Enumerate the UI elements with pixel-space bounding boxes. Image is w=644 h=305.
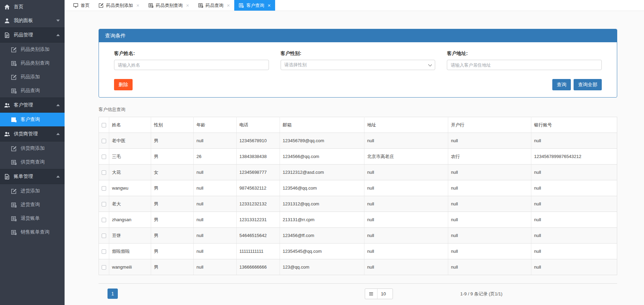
caret-up-icon [56, 176, 60, 178]
table-cell: null [364, 259, 448, 275]
table-row: 豆饼男null54646515642123456@ff.comnullnulln… [99, 228, 617, 244]
table-cell: null [531, 165, 617, 180]
query-form: 客户姓名:客户性别:请选择性别客户地址: [114, 50, 602, 70]
edit-icon [99, 3, 104, 8]
customer-address-input[interactable] [447, 60, 602, 70]
sidebar-item-customer-management[interactable]: 客户管理 [0, 98, 65, 113]
sidebar-item-my-panel[interactable]: 我的面板 [0, 14, 65, 27]
select-all-checkbox[interactable] [102, 123, 106, 127]
table-cell: 13666666666 [237, 259, 280, 275]
table-cell: 123456789@qq.com [280, 133, 364, 149]
delete-button[interactable]: 删除 [114, 79, 133, 90]
table-cell: 农行 [448, 149, 531, 165]
column-header: 开户行 [448, 117, 531, 133]
tab-customer-query[interactable]: 客户查询× [234, 0, 275, 11]
table-cell: null [194, 133, 237, 149]
row-checkbox[interactable] [102, 249, 106, 254]
tab-drug-category-add[interactable]: 药品类别添加× [94, 0, 144, 11]
sidebar-item-supplier-management[interactable]: 供货商管理 [0, 126, 65, 142]
sidebar-item-supplier-add[interactable]: 供货商添加 [0, 142, 65, 155]
query-button[interactable]: 查询 [552, 79, 571, 90]
sidebar-item-purchase-add[interactable]: 进货添加 [0, 184, 65, 198]
sidebar-item-bill-management[interactable]: 账单管理 [0, 169, 65, 184]
table-cell: 213131@rr.cpm [280, 212, 364, 228]
row-checkbox[interactable] [102, 170, 106, 175]
table-cell: 烦啦烦啦 [109, 244, 151, 259]
list-icon [11, 216, 17, 222]
sidebar-item-home[interactable]: 首页 [0, 0, 65, 14]
close-icon[interactable]: × [186, 3, 189, 8]
table-cell: wangmeili [109, 259, 151, 275]
table-cell: 男 [151, 228, 194, 244]
query-panel-title: 查询条件 [99, 29, 617, 42]
query-panel: 查询条件 客户姓名:客户性别:请选择性别客户地址: 删除 查询 查询全部 [99, 29, 617, 98]
sidebar-item-drug-query[interactable]: 药品查询 [0, 84, 65, 98]
sidebar-item-sales-bill-query[interactable]: 销售账单查询 [0, 225, 65, 239]
table-cell: 男 [151, 180, 194, 196]
close-icon[interactable]: × [268, 3, 271, 8]
sidebar-item-return-bill[interactable]: 退货账单 [0, 212, 65, 225]
row-checkbox[interactable] [102, 155, 106, 159]
row-checkbox[interactable] [102, 186, 106, 191]
select-placeholder: 请选择性别 [284, 62, 307, 68]
close-icon[interactable]: × [136, 3, 139, 8]
table-cell: null [194, 259, 237, 275]
query-all-button[interactable]: 查询全部 [574, 79, 602, 90]
table-row: 老中医男null12345678910123456789@qq.comnulln… [99, 133, 617, 149]
table-row: 老大男null123312321321231312@qq.comnullnull… [99, 196, 617, 212]
row-checkbox[interactable] [102, 234, 106, 238]
table-cell: 123456@ff.com [280, 228, 364, 244]
column-header: 银行账号 [531, 117, 617, 133]
table-cell: 12345698777 [237, 165, 280, 180]
main-content: 查询条件 客户姓名:客户性别:请选择性别客户地址: 删除 查询 查询全部 客户信… [65, 11, 644, 305]
list-icon [11, 88, 17, 94]
table-cell: 12354545@qq.com [280, 244, 364, 259]
sidebar-item-drug-add[interactable]: 药品添加 [0, 70, 65, 84]
table-header: 姓名性别年龄电话邮箱地址开户行银行账号 [99, 117, 617, 133]
page-size-value[interactable]: 10 [377, 289, 393, 299]
table-cell: null [194, 212, 237, 228]
table-cell: 11111111111 [237, 244, 280, 259]
sidebar-item-drug-management[interactable]: 药品管理 [0, 27, 65, 43]
list-icon [11, 60, 17, 66]
table-cell: 26 [194, 149, 237, 165]
list-menu-icon[interactable] [365, 289, 377, 299]
table-cell: null [531, 212, 617, 228]
table-cell: null [531, 228, 617, 244]
query-button-row: 删除 查询 查询全部 [114, 79, 602, 90]
caret-up-icon [56, 104, 60, 106]
tab-drug-query[interactable]: 药品查询× [194, 0, 235, 11]
sidebar-item-drug-category-add[interactable]: 药品类别添加 [0, 43, 65, 56]
close-icon[interactable]: × [227, 3, 230, 8]
page-size-control[interactable]: 10 [365, 289, 393, 299]
tab-home[interactable]: 首页 [69, 0, 94, 11]
field-customer-gender: 客户性别:请选择性别 [281, 50, 436, 70]
column-header: 邮箱 [280, 117, 364, 133]
table-cell: null [448, 228, 531, 244]
row-checkbox[interactable] [102, 139, 106, 143]
edit-icon [11, 74, 17, 80]
page-1-button[interactable]: 1 [108, 289, 118, 299]
sidebar-item-customer-query[interactable]: 客户查询 [0, 113, 65, 126]
sidebar-item-purchase-query[interactable]: 进货查询 [0, 198, 65, 212]
users-icon [4, 131, 10, 137]
row-checkbox[interactable] [102, 265, 106, 270]
customer-gender-select[interactable]: 请选择性别 [281, 60, 436, 70]
table-row: 三毛男26138438384381234566@qq.com北京市高老庄农行12… [99, 149, 617, 165]
tab-drug-category-query[interactable]: 药品类别查询× [144, 0, 194, 11]
table-cell: null [364, 165, 448, 180]
customer-name-input[interactable] [114, 60, 269, 70]
tab-label: 客户查询 [246, 2, 264, 9]
table-row: 烦啦烦啦男null1111111111112354545@qq.comnulln… [99, 244, 617, 259]
sidebar-item-drug-category-query[interactable]: 药品类别查询 [0, 56, 65, 70]
table-cell: 女 [151, 165, 194, 180]
query-panel-body: 客户姓名:客户性别:请选择性别客户地址: 删除 查询 查询全部 [99, 42, 617, 97]
sidebar-item-label: 药品添加 [21, 74, 40, 80]
sidebar-item-label: 供货商查询 [21, 159, 45, 165]
sidebar-item-supplier-query[interactable]: 供货商查询 [0, 155, 65, 169]
table-cell: 12313312231 [237, 212, 280, 228]
column-header: 地址 [364, 117, 448, 133]
row-checkbox-cell [99, 180, 109, 196]
row-checkbox[interactable] [102, 202, 106, 206]
row-checkbox[interactable] [102, 218, 106, 222]
